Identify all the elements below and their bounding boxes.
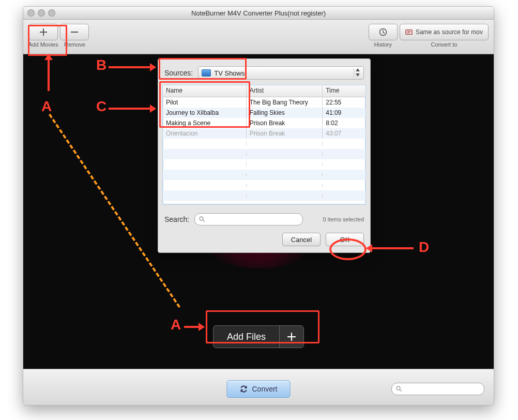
zoom-window-button[interactable] (48, 9, 55, 17)
bottom-search[interactable] (391, 383, 484, 395)
table-row (163, 190, 365, 201)
cell-name: Orientacion (163, 128, 247, 139)
cell-artist: Prison Break (247, 118, 323, 128)
annotation-arrow-c (109, 108, 155, 110)
history-label: History (374, 41, 392, 48)
items-selected-label: 0 items selected (323, 216, 364, 222)
preset-icon (405, 28, 413, 36)
toolbar: Add Movies Remove History Same as source… (23, 20, 494, 54)
cell-time: 8:02 (323, 118, 365, 128)
history-group: History (369, 24, 398, 48)
convert-icon (239, 385, 248, 393)
table-row (163, 139, 365, 149)
table-row (163, 180, 365, 190)
convert-to-value: Same as source for mov (416, 28, 483, 36)
annotation-ellipse-ok (329, 238, 367, 260)
modal-search-input[interactable] (207, 215, 302, 223)
annotation-label-a1: A (41, 98, 52, 115)
chevron-updown-icon (354, 68, 361, 78)
modal-search[interactable] (194, 213, 303, 226)
cell-artist: The Big Bang Theory (247, 97, 323, 108)
table-row[interactable]: OrientacionPrison Break43:07 (163, 128, 365, 139)
annotation-label-c: C (96, 98, 106, 115)
annotation-arrow-d (367, 247, 414, 249)
window-title: NoteBurner M4V Converter Plus(not regist… (23, 9, 494, 17)
annotation-box-addfiles (206, 310, 319, 343)
modal-search-label: Search: (164, 215, 189, 223)
annotation-box-add-movies (28, 25, 67, 56)
annotation-box-namecol (159, 81, 250, 128)
annotation-arrow-a1 (48, 55, 50, 91)
clock-icon (379, 28, 387, 36)
convert-button[interactable]: Convert (226, 380, 290, 398)
table-row (163, 159, 365, 170)
svg-point-3 (397, 386, 400, 390)
history-button[interactable] (369, 24, 398, 40)
col-header-time[interactable]: Time (323, 85, 365, 97)
annotation-box-sources (159, 58, 247, 80)
modal-search-row: Search: 0 items selected (158, 211, 370, 233)
convert-to-dropdown[interactable]: Same as source for mov (400, 24, 489, 40)
convert-label: Convert (252, 385, 277, 393)
annotation-label-d: D (419, 239, 429, 256)
convert-to-group: Same as source for mov Convert to (400, 24, 489, 48)
col-header-artist[interactable]: Artist (247, 85, 323, 97)
titlebar: NoteBurner M4V Converter Plus(not regist… (23, 7, 494, 20)
table-row (163, 170, 365, 180)
search-icon (396, 386, 402, 392)
table-row (163, 149, 365, 159)
app-window: NoteBurner M4V Converter Plus(not regist… (23, 6, 494, 406)
minus-icon (70, 28, 79, 36)
bottom-bar: Convert (23, 369, 494, 406)
close-window-button[interactable] (27, 9, 35, 17)
annotation-label-b: B (96, 57, 106, 73)
search-icon (199, 216, 205, 222)
cell-artist: Prison Break (247, 128, 323, 139)
svg-point-4 (200, 217, 203, 220)
cancel-button[interactable]: Cancel (282, 233, 321, 246)
remove-label: Remove (64, 41, 85, 48)
cell-time: 22:55 (323, 97, 365, 108)
bottom-search-input[interactable] (404, 385, 484, 393)
cell-time: 43:07 (323, 128, 365, 139)
cell-time: 41:09 (323, 108, 365, 118)
convert-to-label: Convert to (431, 41, 458, 48)
annotation-arrow-b (109, 66, 155, 68)
annotation-arrow-a2 (184, 326, 204, 328)
annotation-label-a2: A (171, 317, 181, 333)
cell-artist: Falling Skies (247, 108, 323, 118)
minimize-window-button[interactable] (38, 9, 45, 17)
svg-rect-0 (71, 32, 78, 33)
window-controls (27, 9, 55, 17)
